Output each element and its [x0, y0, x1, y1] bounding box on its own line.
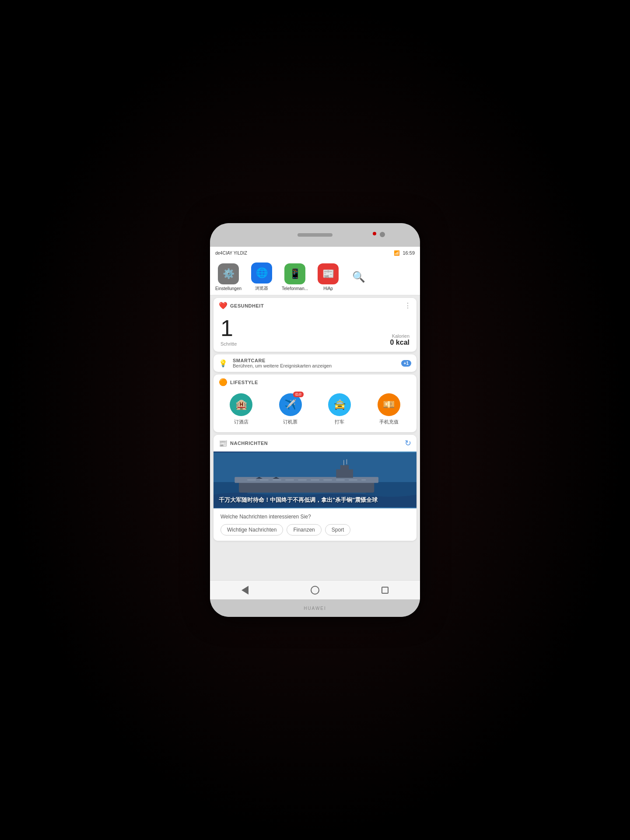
home-button[interactable]: [308, 583, 322, 597]
hiapp-icon: 📰: [318, 263, 339, 284]
wifi-icon: 📶: [394, 250, 400, 256]
sensor: [373, 232, 376, 235]
smartcare-header: 💡 SMARTCARE Berühren, um weitere Ereigni…: [214, 354, 416, 372]
taxi-icon: 🚖: [328, 393, 351, 416]
svg-rect-6: [340, 465, 349, 470]
recents-button[interactable]: [378, 583, 392, 597]
browser-label: 浏览器: [255, 285, 268, 291]
phone-screen: de4CIAY YILDIZ 📶 16:59 ⚙️ Einstellungen …: [210, 247, 420, 599]
health-widget-title: GESUNDHEIT: [230, 303, 402, 308]
status-right: 📶 16:59: [394, 250, 415, 256]
app-einstellungen[interactable]: ⚙️ Einstellungen: [215, 263, 242, 291]
smartcare-description: Berühren, um weitere Ereigniskarten anze…: [233, 363, 399, 368]
steps-count: 1: [220, 317, 237, 340]
tag-finanzen[interactable]: Finanzen: [287, 524, 321, 536]
flight-icon: ✈️ 低价: [279, 393, 302, 416]
home-icon: [311, 586, 319, 595]
smartcare-badge: +1: [401, 360, 411, 367]
health-widget: ❤️ GESUNDHEIT ⋮ 1 Schritte Kalorien 0 kc…: [214, 298, 416, 352]
einstellungen-icon: ⚙️: [218, 263, 239, 284]
lifestyle-icon: 🟠: [219, 378, 228, 386]
browser-icon: 🌐: [251, 262, 272, 284]
lifestyle-widget: 🟠 LIFESTYLE 🏨 订酒店 ✈️ 低价 订机票: [214, 374, 416, 432]
lifestyle-apps: 🏨 订酒店 ✈️ 低价 订机票 🚖 打车: [214, 390, 416, 432]
app-row: ⚙️ Einstellungen 🌐 浏览器 📱 Telefonman... 📰…: [210, 259, 420, 295]
news-widget: 📰 NACHRICHTEN ↻: [214, 435, 416, 541]
svg-rect-5: [336, 469, 353, 478]
app-telefonmanager[interactable]: 📱 Telefonman...: [282, 263, 308, 291]
news-title: NACHRICHTEN: [230, 441, 402, 446]
nav-bar: [210, 580, 420, 599]
hotel-label: 订酒店: [234, 419, 248, 425]
search-button[interactable]: 🔍: [348, 266, 369, 287]
lifestyle-app-taxi[interactable]: 🚖 打车: [328, 393, 351, 425]
smartcare-icon: 💡: [219, 359, 228, 368]
recents-icon: [382, 587, 388, 594]
widget-scroll-area[interactable]: ❤️ GESUNDHEIT ⋮ 1 Schritte Kalorien 0 kc…: [210, 295, 420, 580]
news-preferences: Welche Nachrichten interessieren Sie? Wi…: [214, 508, 416, 541]
telefonmanager-label: Telefonman...: [282, 286, 308, 291]
phone-device: de4CIAY YILDIZ 📶 16:59 ⚙️ Einstellungen …: [210, 223, 420, 617]
app-browser[interactable]: 🌐 浏览器: [248, 262, 275, 291]
flight-badge: 低价: [293, 392, 304, 397]
calories-label: Kalorien: [390, 333, 410, 339]
tag-wichtige-nachrichten[interactable]: Wichtige Nachrichten: [220, 524, 283, 536]
refresh-icon[interactable]: ↻: [405, 438, 411, 448]
calories-value: 0 kcal: [390, 339, 410, 346]
tag-sport[interactable]: Sport: [325, 524, 351, 536]
news-headline: 千万大军随时待命！中国终于不再低调，拿出"杀手锏"震慑全球: [219, 496, 411, 504]
carrier-text: de4CIAY YILDIZ: [215, 251, 247, 256]
steps-label: Schritte: [220, 341, 237, 346]
steps-section: 1 Schritte: [220, 317, 237, 346]
news-prefs-question: Welche Nachrichten interessieren Sie?: [220, 514, 410, 520]
svg-rect-11: [247, 493, 366, 494]
status-bar: de4CIAY YILDIZ 📶 16:59: [210, 247, 420, 259]
topup-label: 手机充值: [379, 419, 399, 425]
taxi-label: 打车: [335, 419, 344, 425]
lifestyle-header: 🟠 LIFESTYLE: [214, 374, 416, 390]
app-hiapp[interactable]: 📰 HiAp: [315, 263, 341, 291]
smartcare-widget[interactable]: 💡 SMARTCARE Berühren, um weitere Ereigni…: [214, 354, 416, 372]
health-menu-icon[interactable]: ⋮: [404, 301, 411, 310]
news-icon: 📰: [219, 439, 228, 448]
news-image[interactable]: 千万大军随时待命！中国终于不再低调，拿出"杀手锏"震慑全球: [214, 452, 416, 508]
back-icon: [242, 586, 248, 595]
telefonmanager-icon: 📱: [284, 263, 305, 284]
news-tags: Wichtige Nachrichten Finanzen Sport: [220, 524, 410, 536]
einstellungen-label: Einstellungen: [215, 286, 242, 291]
news-header: 📰 NACHRICHTEN ↻: [214, 435, 416, 452]
front-camera: [380, 232, 385, 237]
health-body: 1 Schritte Kalorien 0 kcal: [214, 313, 416, 352]
time-display: 16:59: [402, 250, 415, 256]
heart-icon: ❤️: [219, 301, 228, 310]
topup-icon: 💴: [378, 393, 400, 416]
top-bezel: [210, 223, 420, 247]
back-button[interactable]: [238, 583, 252, 597]
hiapp-label: HiAp: [323, 286, 333, 291]
speaker: [298, 233, 332, 237]
lifestyle-title: LIFESTYLE: [230, 380, 411, 385]
flight-label: 订机票: [283, 419, 298, 425]
health-widget-header: ❤️ GESUNDHEIT ⋮: [214, 298, 416, 313]
calories-section: Kalorien 0 kcal: [390, 333, 410, 346]
brand-label: Huawei: [304, 606, 326, 611]
smartcare-title: SMARTCARE: [233, 358, 399, 363]
hotel-icon: 🏨: [230, 393, 252, 416]
bottom-bezel: Huawei: [210, 599, 420, 617]
lifestyle-app-flight[interactable]: ✈️ 低价 订机票: [279, 393, 302, 425]
lifestyle-app-hotel[interactable]: 🏨 订酒店: [230, 393, 252, 425]
status-left: de4CIAY YILDIZ: [215, 251, 247, 256]
svg-rect-2: [239, 482, 374, 493]
lifestyle-app-topup[interactable]: 💴 手机充值: [378, 393, 400, 425]
